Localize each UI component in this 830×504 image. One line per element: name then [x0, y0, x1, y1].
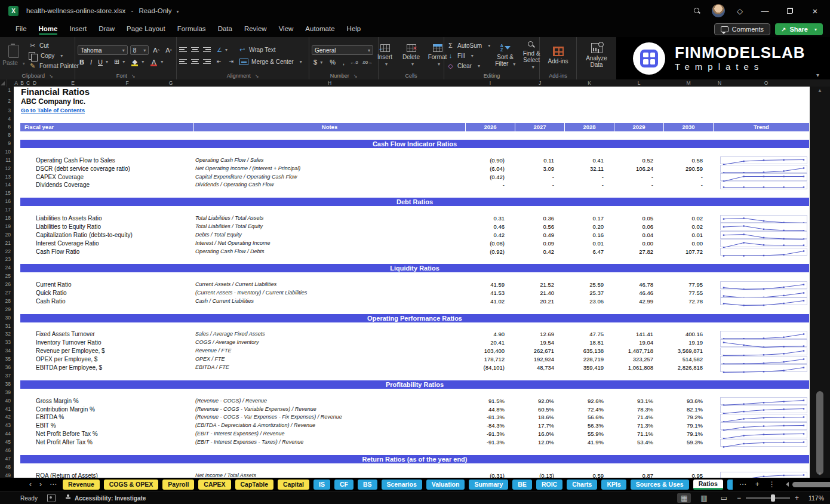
increase-font-button[interactable]: A˄ — [151, 47, 161, 54]
section-header[interactable]: Operating Performance Ratios — [20, 314, 809, 322]
menu-item-draw[interactable]: Draw — [93, 23, 121, 36]
ratio-note-cell[interactable]: Dividends / Operating Cash Flow — [194, 181, 466, 189]
row-number[interactable]: 40 — [0, 397, 14, 405]
share-button[interactable]: ↗ Share ▾ — [775, 23, 823, 35]
sheet-tab-revenue[interactable]: Revenue — [63, 480, 100, 490]
trend-header[interactable]: Trend — [714, 123, 809, 131]
column-letter[interactable]: C — [26, 79, 30, 87]
ratio-value-cell[interactable]: 106.24 — [614, 165, 664, 173]
sheet-tab-kpis[interactable]: KPIs — [601, 480, 626, 490]
number-format-select[interactable]: General▾ — [312, 45, 373, 55]
align-top-button[interactable] — [179, 47, 187, 53]
tabs-scroll-right-button[interactable]: › — [38, 479, 44, 490]
restore-button[interactable] — [780, 3, 800, 19]
ratio-name-cell[interactable]: Interest Coverage Ratio — [14, 239, 194, 248]
ratio-name-cell[interactable]: Capitalization Ratio (debts-to-equity) — [14, 231, 194, 239]
column-letter[interactable]: H — [328, 79, 331, 87]
ratio-value-cell[interactable]: 92.0% — [515, 397, 565, 405]
align-bottom-button[interactable] — [203, 47, 211, 53]
ratio-note-cell[interactable]: Net Income / Total Assets — [194, 472, 466, 478]
column-letter[interactable]: L — [638, 79, 641, 87]
row-number[interactable]: 28 — [0, 297, 14, 306]
sheet-tab-capital[interactable]: Capital — [278, 480, 309, 490]
ratio-value-cell[interactable]: 91.5% — [466, 397, 515, 405]
horizontal-scrollbar-thumb[interactable] — [792, 482, 830, 487]
ratio-value-cell[interactable]: 17.7% — [515, 422, 565, 430]
row-number[interactable]: 21 — [0, 239, 14, 248]
dialog-launcher-icon[interactable]: ↘ — [131, 73, 136, 79]
row-number[interactable]: 39 — [0, 389, 14, 397]
ratio-value-cell[interactable]: 0.04 — [614, 231, 664, 239]
addins-button[interactable]: Add-ins — [547, 40, 570, 71]
ratio-value-cell[interactable]: 359,419 — [565, 364, 614, 372]
ratio-value-cell[interactable]: 20.21 — [515, 297, 565, 306]
ratio-name-cell[interactable]: Revenue per Employee, $ — [14, 347, 194, 355]
row-number[interactable]: 10 — [0, 148, 14, 156]
ratio-value-cell[interactable]: 18.6% — [515, 413, 565, 422]
scroll-up-icon[interactable]: ▲ — [810, 88, 830, 93]
ratio-value-cell[interactable]: 2,826,818 — [664, 364, 714, 372]
paste-button[interactable]: Paste ▾ — [2, 40, 25, 71]
sheet-tab-scenarios[interactable]: Scenarios — [382, 480, 422, 490]
trend-cell[interactable] — [714, 438, 810, 447]
ratio-value-cell[interactable]: 4.90 — [466, 330, 515, 339]
partial-sheet-tab[interactable] — [727, 480, 733, 490]
row-number[interactable]: 42 — [0, 413, 14, 422]
ratio-name-cell[interactable]: Contribution Margin % — [14, 405, 194, 414]
sort-filter-button[interactable]: AZ Sort & Filter ▾ — [494, 40, 517, 71]
ratio-value-cell[interactable]: 19.54 — [515, 339, 565, 347]
ratio-note-cell[interactable]: Cash / Current Liabilities — [194, 297, 466, 306]
copy-button[interactable]: Copy ▾ — [29, 51, 79, 60]
row-number[interactable]: 34 — [0, 347, 14, 355]
all-sheets-button[interactable]: ⋯ — [737, 480, 749, 488]
increase-decimal-button[interactable]: ←.0 — [350, 60, 358, 65]
ratio-note-cell[interactable]: Net Operating Income / (Interest + Princ… — [194, 165, 466, 173]
comma-style-button[interactable]: , — [341, 59, 346, 66]
ratio-value-cell[interactable]: 0.58 — [664, 156, 714, 165]
merge-center-button[interactable]: Merge & Center ▾ — [239, 57, 302, 66]
ratio-value-cell[interactable]: 0.01 — [664, 231, 714, 239]
ratio-value-cell[interactable]: 1,487,718 — [614, 347, 664, 355]
ratio-value-cell[interactable]: 12.0% — [515, 438, 565, 447]
ratio-name-cell[interactable]: Quick Ratio — [14, 289, 194, 297]
row-number[interactable]: 29 — [0, 306, 14, 314]
ratio-name-cell[interactable]: CAPEX Coverage — [14, 173, 194, 182]
horizontal-scrollbar[interactable] — [786, 482, 830, 487]
year-header[interactable]: 2027 — [515, 123, 565, 131]
vertical-scrollbar-thumb[interactable] — [816, 391, 823, 475]
ratio-value-cell[interactable]: 79.1% — [664, 430, 714, 438]
analyze-data-button[interactable]: Analyze Data — [582, 40, 611, 71]
ratio-name-cell[interactable]: Net Profit After Tax % — [14, 438, 194, 447]
trend-cell[interactable] — [714, 422, 810, 430]
ratio-value-cell[interactable]: 93.6% — [664, 397, 714, 405]
column-letter[interactable]: O — [764, 79, 768, 87]
format-painter-button[interactable]: ✎Format Painter — [29, 62, 79, 70]
sheet-tab-charts[interactable]: Charts — [567, 480, 597, 490]
ratio-value-cell[interactable]: 25.37 — [565, 289, 614, 297]
ratio-value-cell[interactable]: 41.53 — [466, 289, 515, 297]
sheet-tab-valuation[interactable]: Valuation — [426, 480, 465, 490]
account-avatar[interactable] — [712, 4, 725, 17]
ratio-value-cell[interactable]: 0.41 — [565, 156, 614, 165]
ratio-value-cell[interactable]: 0.02 — [664, 214, 714, 223]
row-number[interactable]: 4 — [0, 115, 14, 123]
clear-button[interactable]: ◇Clear ▾ — [447, 62, 490, 70]
row-number[interactable]: 30 — [0, 314, 14, 322]
ratio-note-cell[interactable]: Total Liabilities / Total Assets — [194, 214, 466, 223]
ratio-value-cell[interactable]: (0.90) — [466, 156, 515, 165]
autosum-button[interactable]: ΣAutoSum ▾ — [447, 41, 490, 50]
fiscal-year-header[interactable]: Fiscal year — [20, 123, 194, 131]
bold-button[interactable]: B — [78, 59, 86, 66]
trend-cell[interactable] — [714, 472, 810, 478]
row-number[interactable]: 44 — [0, 430, 14, 438]
row-number[interactable]: 41 — [0, 405, 14, 414]
section-header[interactable]: Debt Ratios — [20, 198, 809, 206]
ratio-value-cell[interactable]: 0.36 — [515, 214, 565, 223]
ratio-value-cell[interactable]: 107.72 — [664, 248, 714, 256]
column-letter[interactable]: J — [539, 79, 541, 87]
ratio-value-cell[interactable]: 178,712 — [466, 355, 515, 364]
new-sheet-button[interactable]: + — [753, 480, 762, 488]
decrease-font-button[interactable]: A˅ — [164, 47, 174, 54]
insert-cells-button[interactable]: ← Insert▾ — [374, 40, 396, 71]
ratio-value-cell[interactable]: 60.5% — [515, 405, 565, 414]
